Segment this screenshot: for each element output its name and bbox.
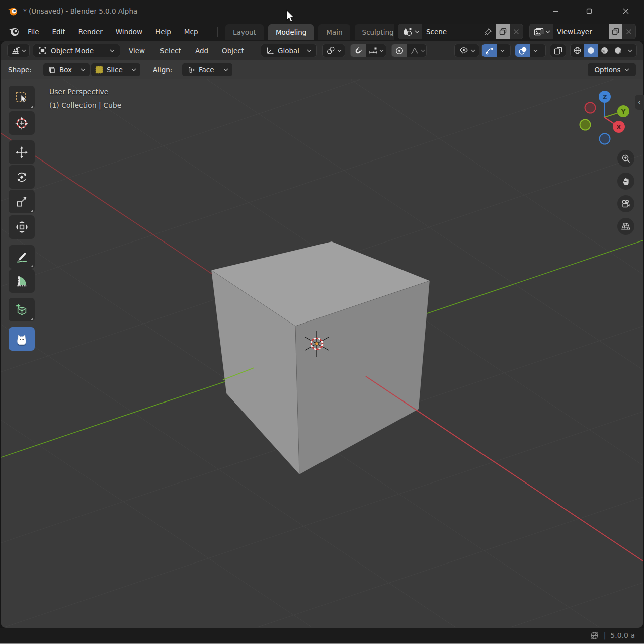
chevron-down-icon: [22, 49, 26, 52]
viewlayer-name-field[interactable]: ViewLayer: [553, 24, 609, 39]
options-dropdown[interactable]: Options: [588, 63, 636, 76]
orientation-dropdown[interactable]: Global: [261, 44, 317, 57]
menu-render[interactable]: Render: [72, 22, 109, 41]
viewport-camera-button[interactable]: [617, 195, 634, 212]
tab-main[interactable]: Main: [318, 24, 350, 40]
tool-measure[interactable]: [9, 269, 35, 293]
scene-browse-button[interactable]: [398, 24, 422, 39]
title-bar: * (Unsaved) - Blender 5.0.0 Alpha: [0, 0, 644, 22]
network-offline-icon: [590, 631, 599, 640]
shape-label: Shape:: [8, 63, 32, 76]
minimize-button[interactable]: [544, 0, 568, 22]
tab-modeling[interactable]: Modeling: [268, 24, 314, 40]
mode-dropdown[interactable]: Object Mode: [33, 44, 120, 57]
chevron-down-icon: [337, 49, 342, 52]
gizmo-minus-x-ball[interactable]: [585, 103, 596, 113]
menu-help[interactable]: Help: [149, 22, 178, 41]
xray-icon: [553, 46, 563, 55]
menu-object[interactable]: Object: [217, 44, 249, 58]
shading-material-button[interactable]: [598, 44, 611, 57]
viewlayer-icon: [534, 27, 544, 37]
viewlayer-remove-button[interactable]: [622, 24, 635, 39]
maximize-button[interactable]: [577, 0, 601, 22]
tool-rotate[interactable]: [9, 165, 35, 189]
gizmo-z-label: Z: [603, 94, 607, 101]
tab-sculpting[interactable]: Sculpting: [355, 24, 394, 40]
chevron-down-icon: [379, 49, 384, 52]
falloff-curve-icon: [410, 46, 419, 55]
tool-move[interactable]: [9, 140, 35, 164]
operation-dropdown[interactable]: Slice: [91, 63, 140, 76]
scene-new-copy-button[interactable]: [496, 24, 510, 39]
remove-x-icon: [626, 29, 632, 35]
shading-group: [570, 44, 637, 57]
tool-boxcutter-active[interactable]: [9, 327, 35, 351]
rotate-tool-icon: [15, 171, 28, 184]
menu-edit[interactable]: Edit: [46, 22, 72, 41]
status-separator: |: [604, 631, 606, 639]
viewport-ortho-toggle-button[interactable]: [617, 218, 634, 235]
tool-submenu-indicator: [31, 317, 33, 320]
tool-select-box[interactable]: [9, 86, 35, 109]
tool-scale[interactable]: [9, 190, 35, 213]
tool-cursor[interactable]: [9, 111, 35, 135]
shading-dropdown[interactable]: [625, 44, 635, 57]
magnet-icon: [354, 46, 363, 55]
tool-add-cube[interactable]: [9, 298, 35, 321]
minimize-icon: [552, 8, 559, 15]
chevron-down-icon: [500, 49, 505, 52]
viewport-pan-button[interactable]: [617, 173, 634, 190]
show-gizmos-toggle[interactable]: [482, 44, 497, 57]
snap-target-dropdown[interactable]: [366, 44, 386, 57]
tool-annotate[interactable]: [9, 245, 35, 269]
viewport-3d-scene[interactable]: Z Y X: [1, 79, 643, 627]
gizmo-minus-y-ball[interactable]: [580, 120, 591, 130]
menu-window[interactable]: Window: [109, 22, 149, 41]
proportional-falloff-dropdown[interactable]: [407, 44, 427, 57]
shading-wireframe-button[interactable]: [571, 44, 584, 57]
visibility-dropdown[interactable]: [454, 44, 479, 57]
pin-icon[interactable]: [484, 28, 492, 36]
snap-toggle[interactable]: [351, 44, 366, 57]
menu-select[interactable]: Select: [155, 44, 186, 58]
gizmo-minus-z-ball[interactable]: [600, 134, 610, 144]
close-button[interactable]: [614, 0, 638, 22]
pivot-point-dropdown[interactable]: [322, 44, 345, 57]
chevron-down-icon: [533, 49, 538, 52]
sidebar-collapse-tab[interactable]: ‹: [635, 95, 644, 110]
shading-rendered-button[interactable]: [611, 44, 625, 57]
menu-mcp[interactable]: Mcp: [178, 22, 205, 41]
viewport-editor: Object Mode View Select Add Object Globa…: [1, 41, 643, 628]
gizmos-dropdown[interactable]: [497, 44, 508, 57]
viewlayer-new-copy-button[interactable]: [609, 24, 622, 39]
viewport-zoom-button[interactable]: [617, 150, 634, 167]
chevron-down-icon: [223, 68, 228, 71]
proportional-editing-toggle[interactable]: [392, 44, 407, 57]
chevron-down-icon: [545, 30, 550, 33]
menu-view[interactable]: View: [124, 44, 150, 58]
tool-transform[interactable]: [9, 215, 35, 239]
ortho-grid-icon: [621, 221, 631, 231]
gizmo-y-label: Y: [621, 108, 626, 115]
menu-file[interactable]: File: [21, 22, 46, 41]
menu-items: File Edit Render Window Help Mcp: [21, 22, 204, 41]
boxcutter-cat-icon: [14, 332, 29, 347]
show-overlays-toggle[interactable]: [515, 44, 530, 57]
align-dropdown[interactable]: Face: [182, 63, 232, 76]
overlays-dropdown[interactable]: [530, 44, 541, 57]
snap-increment-icon: [369, 46, 378, 55]
viewlayer-browse-button[interactable]: [530, 24, 553, 39]
blender-menu-icon[interactable]: [8, 26, 20, 37]
shape-dropdown[interactable]: Box: [43, 63, 90, 76]
add-cube-icon: [15, 303, 29, 316]
scene-name-field[interactable]: Scene: [422, 24, 496, 39]
shading-solid-button[interactable]: [584, 44, 598, 57]
viewlayer-selector: ViewLayer: [529, 24, 636, 39]
menu-add[interactable]: Add: [190, 44, 213, 58]
scene-unlink-button[interactable]: [510, 24, 523, 39]
options-label: Options: [594, 66, 620, 74]
tab-layout[interactable]: Layout: [225, 24, 264, 40]
xray-toggle[interactable]: [550, 44, 566, 57]
scene-icon: [403, 27, 414, 37]
editor-type-button[interactable]: [7, 44, 30, 57]
